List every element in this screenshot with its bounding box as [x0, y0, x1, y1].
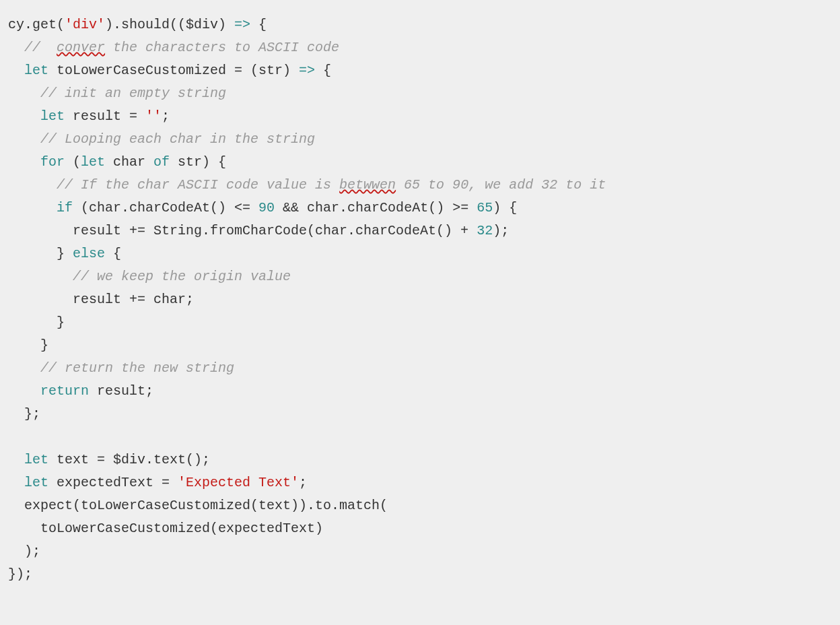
code-line-7: for (let char of str) {: [8, 154, 226, 170]
code-line-9: if (char.charCodeAt() <= 90 && char.char…: [8, 200, 517, 216]
code-line-22: expect(toLowerCaseCustomized(text)).to.m…: [8, 498, 388, 513]
code-block: cy.get('div').should(($div) => { // conv…: [0, 0, 840, 599]
code-line-16: // return the new string: [8, 360, 234, 376]
code-line-4: // init an empty string: [8, 86, 226, 101]
code-line-12: // we keep the origin value: [8, 269, 291, 284]
code-line-3: let toLowerCaseCustomized = (str) => {: [8, 63, 331, 78]
code-line-20: let text = $div.text();: [8, 452, 210, 467]
code-line-11: } else {: [8, 246, 121, 261]
code-line-8: // If the char ASCII code value is betww…: [8, 177, 606, 193]
code-line-14: }: [8, 315, 65, 330]
code-line-6: // Looping each char in the string: [8, 131, 315, 147]
code-line-15: }: [8, 337, 48, 353]
code-line-23: toLowerCaseCustomized(expectedText): [8, 521, 323, 536]
code-line-24: );: [8, 544, 40, 559]
code-line-21: let expectedText = 'Expected Text';: [8, 475, 307, 490]
code-line-2: // conver the characters to ASCII code: [8, 40, 339, 55]
code-line-1: cy.get('div').should(($div) => {: [8, 17, 267, 32]
code-line-13: result += char;: [8, 292, 194, 307]
code-line-5: let result = '';: [8, 108, 170, 124]
code-line-10: result += String.fromCharCode(char.charC…: [8, 223, 509, 238]
code-line-18: };: [8, 406, 40, 422]
code-line-25: });: [8, 566, 32, 582]
code-line-17: return result;: [8, 383, 153, 399]
